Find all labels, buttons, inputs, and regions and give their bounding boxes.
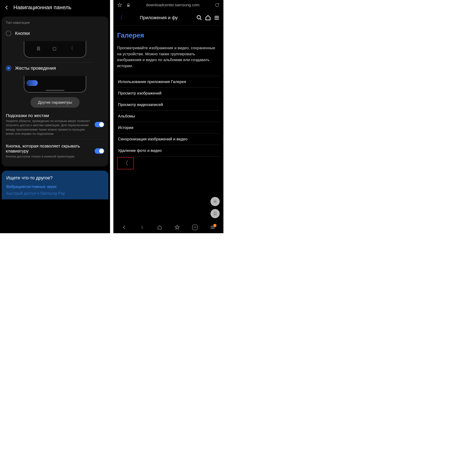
- nav-back-icon[interactable]: [122, 225, 127, 230]
- list-item[interactable]: Синхронизация изображений и видео: [117, 134, 220, 145]
- page-heading: Галерея: [117, 32, 220, 39]
- fab-column: [210, 197, 220, 218]
- more-params-button[interactable]: Другие параметры: [30, 97, 80, 108]
- nav-home-icon[interactable]: [157, 225, 162, 230]
- toggle-on-icon[interactable]: [95, 122, 104, 127]
- list-item[interactable]: Просмотр изображений: [117, 88, 220, 99]
- settings-fab[interactable]: [210, 197, 220, 206]
- back-nav-icon: 〈: [69, 45, 73, 51]
- browser-pane: downloadcenter.samsung.com 〈 Приложения …: [112, 0, 224, 233]
- star-icon[interactable]: [117, 2, 122, 8]
- promo-link-vibration[interactable]: Вибрация/системные звуки: [6, 184, 104, 189]
- back-icon[interactable]: [4, 5, 10, 10]
- url-text[interactable]: downloadcenter.samsung.com: [135, 3, 211, 7]
- promo-card: Ищете что-то другое? Вибрация/системные …: [2, 171, 108, 199]
- option-buttons[interactable]: Кнопки: [6, 28, 104, 39]
- notification-badge: N: [213, 224, 216, 227]
- browser-bottom-nav: 24 N: [113, 221, 224, 233]
- setting-text: Подсказки по жестам Укажите области, про…: [6, 113, 91, 136]
- page-title: Навигационная панель: [13, 4, 72, 11]
- app-title: Приложения и фу: [124, 15, 193, 20]
- settings-pane: Навигационная панель Тип навигации Кнопк…: [0, 0, 112, 233]
- keyboard-button-setting[interactable]: Кнопка, которая позволяет скрывать клави…: [6, 140, 104, 162]
- chevron-left-icon: 〈: [22, 81, 26, 85]
- back-button-highlighted[interactable]: 〈: [117, 157, 134, 169]
- phone-frame: 〈: [24, 76, 86, 93]
- gesture-hints-setting[interactable]: Подсказки по жестам Укажите области, про…: [6, 109, 104, 140]
- nav-forward-icon[interactable]: [139, 225, 145, 230]
- page-content: Галерея Просматривайте изображения и вид…: [113, 26, 224, 175]
- option-gestures-label: Жесты проведения: [15, 66, 56, 71]
- section-label: Тип навигации: [6, 19, 104, 28]
- browser-address-bar: downloadcenter.samsung.com: [113, 0, 224, 10]
- gear-icon: [213, 199, 217, 204]
- setting-desc: Кнопка доступна только в книжной ориента…: [6, 154, 91, 159]
- promo-title: Ищете что-то другое?: [6, 175, 104, 181]
- reload-icon[interactable]: [215, 2, 220, 8]
- recents-icon: |||: [37, 46, 40, 51]
- gesture-bar: [46, 90, 64, 91]
- nav-tabs-icon[interactable]: 24: [192, 225, 198, 230]
- phone-frame: ||| ▢ 〈: [24, 41, 86, 58]
- app-header: 〈 Приложения и фу: [113, 10, 224, 26]
- lock-icon: [126, 2, 131, 8]
- menu-icon[interactable]: [214, 15, 220, 21]
- nav-type-card: Тип навигации Кнопки ||| ▢ 〈 Жесты прове…: [2, 17, 108, 166]
- svg-point-1: [197, 16, 200, 19]
- settings-header: Навигационная панель: [0, 0, 110, 15]
- bookmark-fab[interactable]: [210, 209, 220, 218]
- nav-menu-icon[interactable]: N: [210, 225, 215, 230]
- radio-unselected-icon: [6, 31, 11, 36]
- option-gestures[interactable]: Жесты проведения: [6, 63, 104, 74]
- setting-title: Подсказки по жестам: [6, 113, 91, 118]
- list-item[interactable]: Удаление фото и видео: [117, 145, 220, 156]
- promo-link-samsung-pay[interactable]: Быстрый доступ к Samsung Pay: [6, 191, 104, 196]
- svg-rect-0: [127, 5, 130, 7]
- list-item[interactable]: Использование приложения Галерея: [117, 76, 220, 88]
- home-icon[interactable]: [205, 15, 211, 21]
- list-item[interactable]: Альбомы: [117, 110, 220, 122]
- back-icon[interactable]: 〈: [117, 14, 121, 22]
- setting-title: Кнопка, которая позволяет скрывать клави…: [6, 144, 91, 153]
- nav-bookmarks-icon[interactable]: [174, 225, 180, 230]
- preview-buttons: ||| ▢ 〈: [24, 41, 86, 58]
- search-icon[interactable]: [196, 15, 202, 21]
- preview-gestures: 〈: [24, 76, 86, 93]
- svg-point-2: [215, 201, 216, 202]
- setting-desc: Укажите области, проведение по которым в…: [6, 119, 91, 136]
- option-buttons-label: Кнопки: [15, 31, 30, 36]
- page-description: Просматривайте изображения и видео, сохр…: [117, 45, 220, 69]
- home-icon: ▢: [52, 46, 57, 51]
- toggle-on-icon[interactable]: [95, 148, 104, 154]
- list-item[interactable]: Истории: [117, 122, 220, 134]
- setting-text: Кнопка, которая позволяет скрывать клави…: [6, 144, 91, 159]
- bookmark-icon: [213, 212, 217, 216]
- gesture-toggle-graphic: [26, 80, 38, 86]
- radio-selected-icon: [6, 66, 11, 71]
- list-item[interactable]: Просмотр видеозаписей: [117, 99, 220, 110]
- topic-list: Использование приложения Галерея Просмот…: [117, 76, 220, 156]
